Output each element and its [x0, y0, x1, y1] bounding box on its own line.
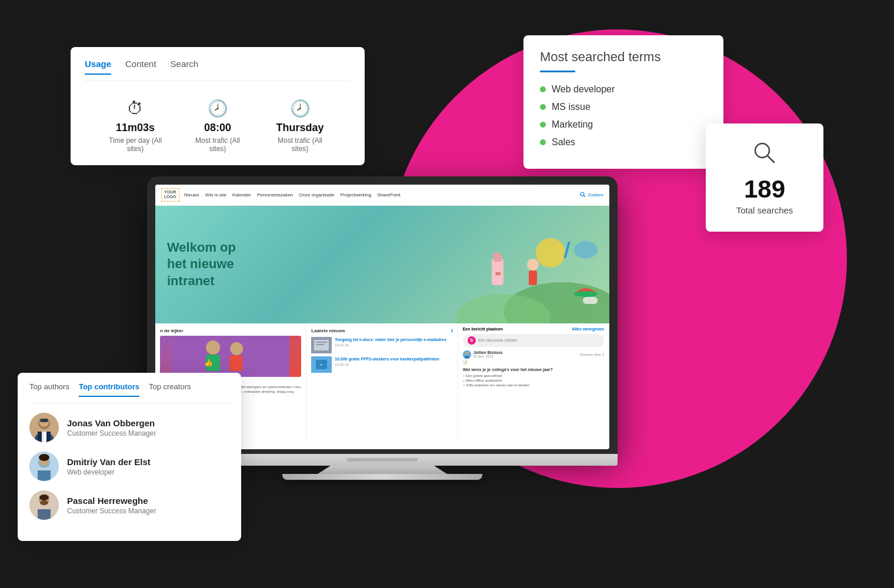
creator-avatar-1	[29, 413, 59, 442]
nav-nieuws: Nieuws	[184, 192, 199, 198]
clock-icon-1: 🕗	[188, 99, 247, 118]
metric-value-traffic-time: 08:00	[188, 122, 247, 134]
timer-icon: ⏱	[106, 99, 165, 118]
search-card-title: Most searched terms	[540, 49, 707, 65]
creator-role-1: Customer Success Manager	[67, 429, 156, 437]
tab-content[interactable]: Content	[125, 59, 156, 75]
search-term-text-1: Web developer	[552, 84, 615, 95]
search-term-text-2: MS issue	[552, 102, 591, 112]
commenter-avatar	[463, 350, 471, 359]
usage-tabs: Usage Content Search	[85, 59, 351, 81]
search-term-item: Web developer	[540, 84, 707, 95]
comment-edit-icon: 📝	[463, 360, 604, 365]
news-date-2: 12-01-22	[335, 363, 439, 366]
hero-decoration: 30	[433, 206, 609, 323]
search-terms-list: Web developer MS issue Marketing Sales	[540, 84, 707, 148]
metric-most-traffic-day: 🕗 Thursday Most trafic (All sites)	[271, 99, 329, 153]
svg-rect-20	[38, 509, 51, 520]
search-icon	[720, 140, 809, 171]
svg-text:+: +	[320, 362, 323, 368]
tab-top-creators[interactable]: Top creators	[149, 382, 191, 397]
post-section-title: Een bericht plaatsen	[463, 327, 503, 331]
creator-info-1: Jonas Van Obbergen Customer Success Mana…	[67, 418, 156, 437]
svg-text:👍: 👍	[204, 358, 213, 367]
post-placeholder: Een discussie starten	[478, 338, 518, 342]
nav-sharepoint: SharePoint	[377, 192, 401, 198]
news-title: Laatste nieuws	[311, 328, 345, 333]
laptop-logo: YOURLOGO	[161, 188, 179, 202]
creator-role-2: Web developer	[67, 468, 151, 476]
post-title-row: Een bericht plaatsen Alles weergeven	[463, 327, 604, 331]
news-img-1	[311, 337, 332, 353]
news-text-1: Toegang tot e-docs: neker hier je persoo…	[335, 337, 446, 353]
usage-analytics-card: Usage Content Search ⏱ 11m03s Time per d…	[71, 47, 365, 165]
commenter-row: Jollien Bistoos 22 dec. 2021 Gisteren do…	[463, 350, 604, 359]
post-input[interactable]: S Een discussie starten	[463, 334, 604, 347]
tab-top-contributors[interactable]: Top contributors	[79, 382, 139, 397]
metric-time-per-day: ⏱ 11m03s Time per day (All sites)	[106, 99, 165, 153]
metric-value-time: 11m03s	[106, 122, 165, 134]
svg-point-39	[230, 342, 243, 355]
comment-likes: Gisteren door 2	[580, 353, 604, 356]
creator-role-3: Customer Success Manager	[67, 507, 156, 515]
svg-point-33	[574, 291, 598, 297]
svg-point-18	[39, 495, 49, 500]
creator-name-2: Dmitriy Van der Elst	[67, 457, 151, 467]
commenter-name: Jollien Bistoos	[473, 350, 503, 355]
svg-text:30: 30	[495, 271, 501, 276]
svg-point-29	[527, 259, 539, 270]
search-term-item-2: MS issue	[540, 102, 707, 112]
clock-icon-2: 🕗	[271, 99, 329, 118]
creator-item-1: Jonas Van Obbergen Customer Success Mana…	[29, 413, 229, 442]
nav-onze-organisatie: Onze organisatie	[299, 192, 334, 198]
metric-label-traffic-day: Most trafic (All sites)	[271, 136, 329, 153]
total-searches-label: Total searches	[720, 205, 809, 215]
poll-option-1: ○ Een goede gezondheid	[463, 374, 604, 377]
poll-option-3: ○ Toffe projecten om samen aan te werken	[463, 383, 604, 387]
user-avatar-sm: S	[468, 336, 476, 345]
svg-rect-15	[38, 470, 51, 481]
top-creators-card: Top authors Top contributors Top creator…	[18, 373, 241, 541]
svg-rect-9	[42, 432, 44, 442]
search-term-text-4: Sales	[552, 137, 575, 148]
svg-point-37	[206, 340, 220, 355]
news-item-1: Toegang tot e-docs: neker hier je persoo…	[311, 337, 452, 353]
creator-avatar-2	[29, 452, 59, 481]
search-dot-4	[540, 139, 546, 145]
tab-search[interactable]: Search	[171, 59, 199, 75]
tab-usage[interactable]: Usage	[85, 59, 111, 75]
post-view-all: Alles weergeven	[572, 327, 604, 331]
tab-top-authors[interactable]: Top authors	[29, 382, 69, 397]
laptop-nav: YOURLOGO Nieuws Wie is wie Kalender Pers…	[155, 185, 609, 206]
nav-projectwerking: Projectwerking	[341, 192, 371, 198]
svg-point-21	[581, 192, 584, 196]
total-searches-number: 189	[720, 177, 809, 202]
svg-rect-45	[316, 344, 324, 345]
creator-item-2: Dmitriy Van der Elst Web developer	[29, 452, 229, 481]
search-card-underline	[540, 71, 575, 72]
svg-rect-34	[583, 297, 598, 304]
news-date-1: 12-01-21	[335, 343, 446, 347]
svg-rect-30	[529, 270, 537, 285]
laptop-stand	[318, 466, 447, 474]
laptop-search[interactable]: Zoeken	[580, 192, 603, 198]
laptop-col-news: Laatste nieuws ℹ	[306, 323, 458, 441]
nav-kalender: Kalender	[232, 192, 251, 198]
svg-line-22	[584, 196, 586, 198]
laptop-hero: Welkom ophet nieuweintranet 30	[155, 206, 609, 323]
search-term-text-3: Marketing	[552, 119, 593, 130]
metric-most-traffic-time: 🕗 08:00 Most trafic (All sites)	[188, 99, 247, 153]
featured-title: n de kijker	[160, 328, 301, 333]
comment-date: 22 dec. 2021	[473, 355, 503, 358]
nav-wie-is-wie: Wie is wie	[205, 192, 226, 198]
svg-point-19	[40, 500, 48, 505]
laptop-notch	[347, 458, 418, 462]
hero-title: Welkom ophet nieuweintranet	[167, 239, 236, 290]
creator-info-3: Pascal Herreweghe Customer Success Manag…	[67, 496, 156, 515]
usage-metrics: ⏱ 11m03s Time per day (All sites) 🕗 08:0…	[85, 93, 351, 156]
search-dot-2	[540, 104, 546, 110]
creator-info-2: Dmitriy Van der Elst Web developer	[67, 457, 151, 476]
search-dot-3	[540, 122, 546, 128]
metric-label-time: Time per day (All sites)	[106, 136, 165, 153]
svg-point-32	[574, 241, 598, 259]
